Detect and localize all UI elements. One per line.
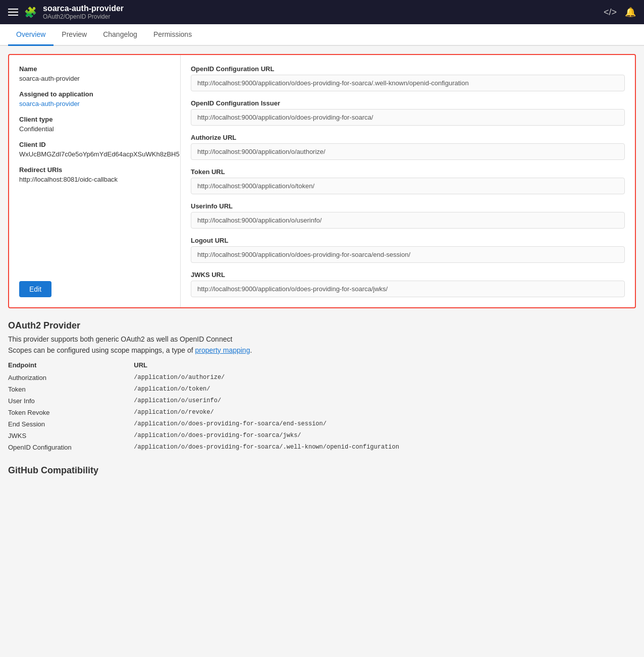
url-input-0[interactable]: [191, 75, 625, 91]
app-subtitle: OAuth2/OpenID Provider: [43, 13, 124, 20]
tab-overview[interactable]: Overview: [8, 24, 53, 46]
url-label-0: OpenID Configuration URL: [191, 65, 625, 73]
name-value: soarca-auth-provider: [19, 75, 170, 82]
url-input-6[interactable]: [191, 281, 625, 297]
url-label-3: Token URL: [191, 168, 625, 176]
tabs-bar: Overview Preview Changelog Permissions: [0, 24, 644, 46]
client-type-value: Confidential: [19, 125, 170, 133]
client-type-field-group: Client type Confidential: [19, 116, 170, 133]
oauth2-section-title: OAuth2 Provider: [8, 320, 636, 331]
endpoint-url: /application/o/token/: [134, 384, 636, 395]
url-col-header: URL: [134, 358, 636, 372]
endpoint-name: End Session: [8, 418, 134, 430]
endpoint-col-header: Endpoint: [8, 358, 134, 372]
table-row: End Session/application/o/does-providing…: [8, 418, 636, 430]
github-section: GitHub Compatibility: [8, 465, 636, 476]
url-label-6: JWKS URL: [191, 271, 625, 279]
url-field-group-3: Token URL: [191, 168, 625, 194]
url-input-1[interactable]: [191, 109, 625, 126]
url-label-2: Authorize URL: [191, 134, 625, 141]
name-field-group: Name soarca-auth-provider: [19, 65, 170, 82]
top-bar: 🧩 soarca-auth-provider OAuth2/OpenID Pro…: [0, 0, 644, 24]
table-row: User Info/application/o/userinfo/: [8, 395, 636, 407]
hamburger-icon[interactable]: [8, 9, 18, 16]
url-field-group-4: Userinfo URL: [191, 202, 625, 229]
oauth2-section: OAuth2 Provider This provider supports b…: [8, 320, 636, 453]
property-mapping-link[interactable]: property mapping: [195, 346, 250, 354]
title-group: soarca-auth-provider OAuth2/OpenID Provi…: [43, 4, 124, 20]
endpoint-name: Token: [8, 384, 134, 395]
client-type-label: Client type: [19, 116, 170, 123]
redirect-uris-field-group: Redirect URIs http://localhost:8081/oidc…: [19, 166, 170, 183]
name-label: Name: [19, 65, 170, 73]
endpoint-url: /application/o/does-providing-for-soarca…: [134, 442, 636, 453]
url-field-group-0: OpenID Configuration URL: [191, 65, 625, 91]
client-id-label: Client ID: [19, 141, 170, 148]
url-input-2[interactable]: [191, 143, 625, 160]
tab-permissions[interactable]: Permissions: [145, 24, 200, 46]
top-bar-right: </> 🔔: [604, 7, 636, 18]
assigned-field-group: Assigned to application soarca-auth-prov…: [19, 90, 170, 107]
config-card: Name soarca-auth-provider Assigned to ap…: [8, 54, 636, 308]
endpoint-name: Token Revoke: [8, 407, 134, 418]
endpoint-url: /application/o/does-providing-for-soarca…: [134, 430, 636, 442]
url-field-group-6: JWKS URL: [191, 271, 625, 297]
config-left-panel: Name soarca-auth-provider Assigned to ap…: [9, 55, 181, 307]
table-row: Authorization/application/o/authorize/: [8, 372, 636, 384]
github-section-title: GitHub Compatibility: [8, 465, 636, 476]
endpoint-name: User Info: [8, 395, 134, 407]
endpoint-url: /application/o/authorize/: [134, 372, 636, 384]
url-label-1: OpenID Configuration Issuer: [191, 99, 625, 107]
table-row: Token Revoke/application/o/revoke/: [8, 407, 636, 418]
code-icon[interactable]: </>: [604, 7, 617, 18]
url-field-group-5: Logout URL: [191, 237, 625, 263]
config-right-panel: OpenID Configuration URLOpenID Configura…: [181, 55, 635, 307]
url-label-4: Userinfo URL: [191, 202, 625, 210]
bell-icon[interactable]: 🔔: [625, 7, 636, 18]
tab-changelog[interactable]: Changelog: [95, 24, 145, 46]
endpoint-url: /application/o/userinfo/: [134, 395, 636, 407]
endpoint-name: OpenID Configuration: [8, 442, 134, 453]
url-input-4[interactable]: [191, 212, 625, 229]
app-name: soarca-auth-provider: [43, 4, 124, 13]
client-id-value: WxUcBMGZdI7c0e5oYp6mYdEd64acpXSuWKh8zBH5: [19, 150, 170, 158]
endpoint-name: JWKS: [8, 430, 134, 442]
table-row: OpenID Configuration/application/o/does-…: [8, 442, 636, 453]
tab-preview[interactable]: Preview: [53, 24, 95, 46]
main-content: Name soarca-auth-provider Assigned to ap…: [0, 46, 644, 655]
client-id-field-group: Client ID WxUcBMGZdI7c0e5oYp6mYdEd64acpX…: [19, 141, 170, 158]
url-input-3[interactable]: [191, 178, 625, 194]
table-row: Token/application/o/token/: [8, 384, 636, 395]
oauth2-desc1: This provider supports both generic OAut…: [8, 335, 636, 343]
assigned-value[interactable]: soarca-auth-provider: [19, 100, 170, 107]
endpoint-url: /application/o/revoke/: [134, 407, 636, 418]
endpoint-name: Authorization: [8, 372, 134, 384]
url-field-group-1: OpenID Configuration Issuer: [191, 99, 625, 126]
url-input-5[interactable]: [191, 246, 625, 263]
config-left-bottom: Edit: [19, 261, 170, 297]
table-row: JWKS/application/o/does-providing-for-so…: [8, 430, 636, 442]
url-field-group-2: Authorize URL: [191, 134, 625, 160]
endpoint-url: /application/o/does-providing-for-soarca…: [134, 418, 636, 430]
redirect-uris-label: Redirect URIs: [19, 166, 170, 174]
plugin-icon: 🧩: [24, 6, 37, 18]
top-bar-left: 🧩 soarca-auth-provider OAuth2/OpenID Pro…: [8, 4, 124, 20]
url-label-5: Logout URL: [191, 237, 625, 244]
oauth2-desc2: Scopes can be configured using scope map…: [8, 346, 636, 354]
assigned-label: Assigned to application: [19, 90, 170, 98]
edit-button[interactable]: Edit: [19, 281, 51, 297]
redirect-uris-value: http://localhost:8081/oidc-callback: [19, 176, 170, 183]
endpoint-table: Endpoint URL Authorization/application/o…: [8, 358, 636, 453]
